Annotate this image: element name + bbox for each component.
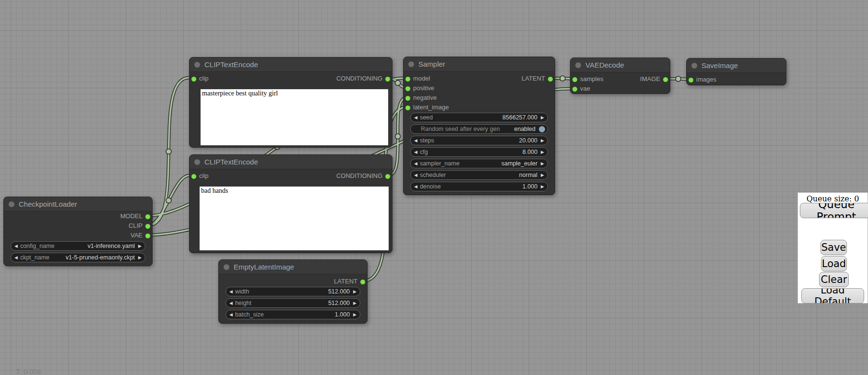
input-port-positive[interactable]	[405, 86, 411, 92]
node-save-image[interactable]: SaveImage images	[686, 58, 786, 85]
node-title-bar[interactable]: VAEDecode	[571, 58, 670, 72]
canvas[interactable]: { "canvas": { "stats_text": "T: 0.00s" }…	[0, 0, 868, 375]
node-title: VAEDecode	[585, 58, 624, 72]
node-checkpoint-loader[interactable]: CheckpointLoader MODEL CLIP VAE ◀ config…	[3, 197, 153, 266]
increment-arrow-icon[interactable]: ▶	[353, 310, 357, 319]
node-vae-decode[interactable]: VAEDecode samples vae IMAGE	[570, 58, 670, 94]
input-port-negative[interactable]	[405, 95, 411, 101]
increment-arrow-icon[interactable]: ▶	[353, 287, 357, 296]
node-collapse-dot[interactable]	[224, 264, 229, 270]
node-collapse-dot[interactable]	[691, 63, 697, 69]
widget-denoise[interactable]: ◀ denoise 1.000 ▶	[410, 182, 548, 191]
clear-button[interactable]: Clear	[819, 272, 849, 287]
input-port-clip[interactable]	[191, 174, 197, 179]
widget-width[interactable]: ◀ width 512.000 ▶	[226, 287, 360, 296]
widget-sampler-name[interactable]: ◀ sampler_name sample_euler ▶	[410, 159, 548, 168]
increment-arrow-icon[interactable]: ▶	[541, 113, 544, 122]
node-collapse-dot[interactable]	[194, 62, 200, 68]
input-port-images[interactable]	[688, 77, 694, 83]
widget-batch-size[interactable]: ◀ batch_size 1.000 ▶	[226, 310, 360, 319]
widget-random-seed-toggle[interactable]: Random seed after every gen enabled	[410, 124, 548, 134]
input-port-samples[interactable]	[572, 77, 578, 82]
node-collapse-dot[interactable]	[408, 61, 414, 67]
increment-arrow-icon[interactable]: ▶	[541, 159, 544, 168]
widget-steps[interactable]: ◀ steps 20.000 ▶	[410, 136, 548, 145]
node-title: CheckpointLoader	[19, 197, 77, 211]
increment-arrow-icon[interactable]: ▶	[541, 148, 544, 156]
output-port-latent[interactable]	[360, 279, 366, 285]
increment-arrow-icon[interactable]: ▶	[541, 136, 544, 145]
input-label: negative	[413, 93, 437, 103]
node-clip-text-encode-positive[interactable]: CLIPTextEncode clip CONDITIONING masterp…	[189, 57, 392, 148]
negative-prompt-textarea[interactable]: bad hands	[200, 187, 389, 250]
output-port-conditioning[interactable]	[385, 76, 391, 82]
output-port-model[interactable]	[145, 214, 151, 220]
output-label: MODEL	[120, 211, 143, 221]
input-port-clip[interactable]	[191, 76, 197, 82]
decrement-arrow-icon[interactable]: ◀	[414, 159, 417, 168]
load-default-button[interactable]: Load Default	[801, 288, 864, 304]
input-port-vae[interactable]	[572, 86, 578, 92]
widget-cfg[interactable]: ◀ cfg 8.000 ▶	[410, 147, 548, 157]
node-title-bar[interactable]: CheckpointLoader	[4, 197, 152, 211]
decrement-arrow-icon[interactable]: ◀	[414, 113, 417, 122]
node-title-bar[interactable]: EmptyLatentImage	[219, 260, 367, 274]
input-label: clip	[199, 171, 209, 181]
widget-config-name[interactable]: ◀ config_name v1-inference.yaml ▶	[11, 241, 145, 251]
widget-seed[interactable]: ◀ seed 8566257.000 ▶	[410, 113, 548, 122]
node-title: CLIPTextEncode	[204, 58, 258, 71]
widget-height[interactable]: ◀ height 512.000 ▶	[226, 298, 360, 308]
widget-ckpt-name[interactable]: ◀ ckpt_name v1-5-pruned-emaonly.ckpt ▶	[11, 253, 145, 262]
increment-arrow-icon[interactable]: ▶	[138, 253, 142, 262]
node-title-bar[interactable]: Sampler	[404, 57, 555, 71]
decrement-arrow-icon[interactable]: ◀	[229, 299, 233, 307]
input-port-latent-image[interactable]	[405, 105, 411, 111]
decrement-arrow-icon[interactable]: ◀	[414, 136, 417, 145]
input-label: vae	[580, 84, 590, 94]
increment-arrow-icon[interactable]: ▶	[541, 182, 544, 191]
node-collapse-dot[interactable]	[9, 201, 14, 207]
node-title-bar[interactable]: CLIPTextEncode	[190, 58, 392, 72]
decrement-arrow-icon[interactable]: ◀	[14, 253, 18, 262]
node-title-bar[interactable]: SaveImage	[687, 59, 786, 73]
increment-arrow-icon[interactable]: ▶	[353, 299, 357, 307]
decrement-arrow-icon[interactable]: ◀	[414, 148, 417, 156]
output-label: LATENT	[522, 74, 545, 83]
node-collapse-dot[interactable]	[194, 159, 200, 165]
input-port-model[interactable]	[405, 76, 411, 82]
save-button[interactable]: Save	[820, 240, 847, 255]
increment-arrow-icon[interactable]: ▶	[138, 242, 142, 250]
node-clip-text-encode-negative[interactable]: CLIPTextEncode clip CONDITIONING bad han…	[189, 154, 392, 253]
node-title: SaveImage	[702, 59, 738, 72]
output-port-conditioning[interactable]	[385, 174, 391, 179]
input-label: clip	[199, 74, 209, 83]
decrement-arrow-icon[interactable]: ◀	[229, 310, 233, 319]
output-label: CONDITIONING	[336, 74, 382, 83]
queue-size-label: Queue size: 0	[798, 194, 868, 203]
decrement-arrow-icon[interactable]: ◀	[229, 287, 233, 296]
output-port-clip[interactable]	[145, 223, 151, 229]
positive-prompt-textarea[interactable]: masterpiece best quality girl	[201, 89, 388, 145]
input-label: samples	[580, 74, 603, 84]
decrement-arrow-icon[interactable]: ◀	[14, 242, 18, 250]
queue-prompt-button[interactable]: Queue Prompt	[800, 203, 868, 218]
input-label: model	[413, 74, 430, 83]
node-title-bar[interactable]: CLIPTextEncode	[190, 155, 392, 169]
widget-scheduler[interactable]: ◀ scheduler normal ▶	[410, 170, 548, 180]
increment-arrow-icon[interactable]: ▶	[541, 171, 544, 179]
load-button[interactable]: Load	[821, 256, 847, 271]
node-sampler[interactable]: Sampler model positive negative latent_i…	[403, 57, 555, 195]
output-port-image[interactable]	[663, 77, 668, 82]
output-port-vae[interactable]	[145, 233, 151, 239]
node-collapse-dot[interactable]	[575, 62, 581, 68]
output-label: VAE	[131, 231, 143, 240]
node-empty-latent-image[interactable]: EmptyLatentImage LATENT ◀ width 512.000 …	[218, 259, 368, 324]
toggle-dot-icon[interactable]	[539, 126, 545, 132]
menu-panel: Queue size: 0 Queue Prompt Save Load Cle…	[797, 192, 868, 304]
output-label: CLIP	[129, 221, 143, 231]
node-title: CLIPTextEncode	[204, 155, 258, 169]
decrement-arrow-icon[interactable]: ◀	[414, 182, 417, 191]
output-port-latent[interactable]	[547, 76, 553, 82]
decrement-arrow-icon[interactable]: ◀	[414, 171, 417, 179]
node-title: EmptyLatentImage	[234, 260, 294, 274]
